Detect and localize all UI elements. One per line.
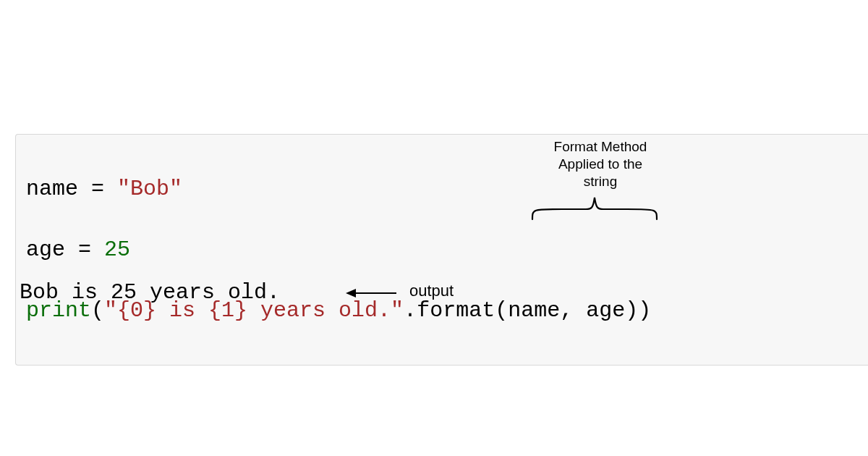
- svg-marker-1: [346, 289, 356, 297]
- code-token-num: 25: [104, 237, 130, 262]
- code-line-1: name = "Bob": [26, 174, 858, 204]
- code-token-comma: ,: [560, 298, 586, 323]
- annotation-line: Format Method: [535, 138, 665, 156]
- code-token-op: =: [65, 237, 104, 262]
- code-token-var: name: [26, 177, 78, 201]
- code-token-paren: )): [625, 298, 651, 323]
- code-token-dot: .: [404, 298, 417, 323]
- code-token-paren: (: [495, 298, 508, 323]
- curly-brace-icon: [529, 193, 660, 221]
- code-token-var: age: [26, 237, 65, 262]
- code-token-method: format: [417, 298, 495, 323]
- code-token-arg: age: [586, 298, 625, 323]
- annotation-format-method: Format Method Applied to the string: [535, 138, 665, 190]
- code-line-2: age = 25: [26, 235, 858, 265]
- code-token-arg: name: [508, 298, 560, 323]
- code-token-str: "Bob": [117, 177, 182, 201]
- program-output: Bob is 25 years old.: [20, 280, 280, 305]
- code-token-op: =: [78, 177, 117, 201]
- output-label: output: [409, 282, 454, 300]
- arrow-left-icon: [346, 286, 396, 300]
- annotation-line: string: [535, 173, 665, 190]
- annotation-line: Applied to the: [535, 156, 665, 173]
- code-block: name = "Bob" age = 25 print("{0} is {1} …: [15, 134, 868, 366]
